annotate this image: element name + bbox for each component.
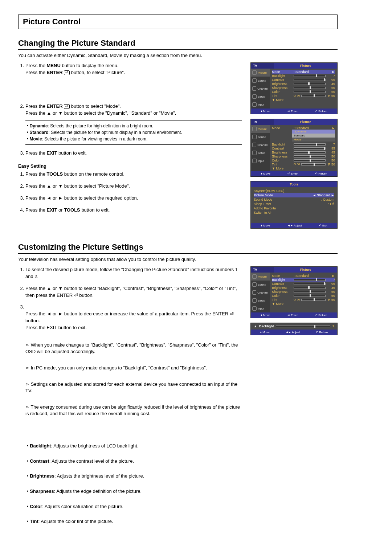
- osd-adjust-backlight: ▲ Backlight 7 ♦ Move◄► Adjust↶ Return: [250, 323, 338, 335]
- left-column: Press the MENU button to display the men…: [18, 62, 242, 233]
- osd-row-contrast: Contrast95: [272, 78, 335, 82]
- osd-footer: ♦ Move⏎ Enter↶ Return: [251, 109, 337, 114]
- step-a2: Press the ENTER ⏎ button to select "Mode…: [25, 103, 242, 145]
- osd-row-brightness: Brightness45: [272, 286, 335, 290]
- sidebar-item-setup: Setup: [251, 93, 270, 101]
- intro-b: Your television has several setting opti…: [18, 257, 338, 262]
- steps-a: Press the MENU button to display the men…: [18, 62, 242, 157]
- osd-row--more: ▼ More: [272, 166, 335, 170]
- mode-descriptions: • Dynamic: Selects the picture for high-…: [25, 120, 242, 145]
- tools-row-add-to-favorite: Add to Favorite: [254, 206, 334, 210]
- input-icon: [252, 102, 257, 107]
- osd-picture-menu-1: TVPicture Picture Sound Channel Setup In…: [250, 62, 338, 114]
- intro-a: You can activate either Dynamic, Standar…: [18, 53, 338, 58]
- osd-row-backlight: Backlight7: [272, 142, 335, 146]
- adjust-slider: [276, 325, 330, 327]
- setup-icon: [252, 94, 257, 99]
- heading-changing-standard: Changing the Picture Standard: [18, 38, 338, 50]
- step-b1: To select the desired picture mode, foll…: [25, 266, 242, 280]
- osd-row-sharpness: Sharpness50: [272, 290, 335, 294]
- osd-main-2: Mode: Standard►: DynamicStandardMovieBac…: [270, 125, 337, 171]
- easy-step-3: Press the ◄ or ► button to select the re…: [25, 195, 242, 202]
- osd-row-sharpness: Sharpness50: [272, 86, 335, 90]
- easy-steps: Press the TOOLS button on the remote con…: [18, 171, 242, 213]
- osd-picture-menu-2: TVPicture Picture Sound Channel Setup In…: [250, 119, 338, 177]
- osd-sidebar: Picture Sound Channel Setup Input: [251, 69, 270, 109]
- osd-main-1: Mode: Standard►Backlight7Contrast95Brigh…: [270, 69, 337, 109]
- osd-row-tint: TintG 50R 50: [272, 94, 335, 98]
- osd-row--more: ▼ More: [272, 98, 335, 102]
- step-b2: Press the ▲ or ▼ button to select "Backl…: [25, 285, 242, 299]
- osd-row-mode: Mode: Standard►: [272, 274, 335, 278]
- osd-row-tint: TintG 50R 50: [272, 162, 335, 166]
- arrow-notes: When you make changes to "Backlight", "C…: [25, 334, 242, 426]
- heading-customizing: Customizing the Picture Settings: [18, 242, 338, 254]
- sound-icon: [252, 78, 257, 83]
- osd-row-mode: Mode: Standard►: [272, 126, 335, 130]
- setting-descriptions: Backlight: Adjusts the brightness of LCD…: [25, 435, 242, 533]
- sidebar-item-picture: Picture: [251, 69, 270, 77]
- step-a3: Press the EXIT button to exit.: [25, 150, 242, 157]
- enter-icon: ⏎: [64, 104, 70, 109]
- osd-row-color: Color50: [272, 294, 335, 298]
- osd-row-color: Color50: [272, 90, 335, 94]
- easy-setting-heading: Easy Setting: [18, 163, 242, 169]
- osd-tools-menu: Tools Anynet+(HDMI-CEC)Picture Mode◄ Sta…: [250, 181, 338, 229]
- easy-step-1: Press the TOOLS button on the remote con…: [25, 171, 242, 178]
- osd-row-backlight: Backlight7: [272, 278, 335, 282]
- osd-row-brightness: Brightness45: [272, 150, 335, 154]
- mode-option-movie: Movie: [292, 138, 335, 142]
- sidebar-item-input: Input: [251, 101, 270, 109]
- osd-row-tint: TintG 50R 50: [272, 298, 335, 302]
- sidebar-item-sound: Sound: [251, 77, 270, 85]
- easy-step-2: Press the ▲ or ▼ button to select "Pictu…: [25, 183, 242, 190]
- tools-body: Anynet+(HDMI-CEC)Picture Mode◄ Standard …: [251, 187, 337, 223]
- osd-row-backlight: Backlight7: [272, 74, 335, 78]
- osd-row-mode: Mode: Standard►: [272, 70, 335, 74]
- channel-icon: [252, 86, 256, 91]
- sidebar-item-channel: Channel: [251, 85, 270, 93]
- tools-row-anynet-hdmi-cec-: Anynet+(HDMI-CEC): [254, 189, 334, 193]
- tools-row-picture-mode: Picture Mode◄ Standard ►: [254, 193, 334, 197]
- picture-icon: [252, 70, 257, 75]
- mode-option-standard: Standard: [292, 134, 335, 138]
- right-column: TVPicture Picture Sound Channel Setup In…: [250, 62, 338, 233]
- osd-row-sharpness: Sharpness50: [272, 154, 335, 158]
- osd-picture-menu-3: TVPicture Picture Sound Channel Setup In…: [250, 266, 338, 318]
- osd-row-contrast: Contrast95: [272, 146, 335, 150]
- osd-row-color: Color50: [272, 158, 335, 162]
- osd-row-brightness: Brightness45: [272, 82, 335, 86]
- step-b3: Press the ◄ or ► button to decrease or i…: [25, 304, 242, 540]
- section-title: Picture Control: [23, 17, 333, 26]
- osd-row-contrast: Contrast95: [272, 282, 335, 286]
- enter-icon: ⏎: [64, 70, 70, 75]
- easy-step-4: Press the EXIT or TOOLS button to exit.: [25, 207, 242, 214]
- tools-row-sound-mode: Sound Mode: Custom: [254, 197, 334, 202]
- tools-row-switch-to-air: Switch to Air: [254, 210, 334, 215]
- steps-b: To select the desired picture mode, foll…: [18, 266, 242, 540]
- step-a1: Press the MENU button to display the men…: [25, 62, 242, 98]
- osd-main-3: Mode: Standard►Backlight7Contrast95Brigh…: [270, 273, 337, 312]
- mode-option-dynamic: : Dynamic: [292, 130, 335, 134]
- osd-row--more: ▼ More: [272, 302, 335, 306]
- section-title-box: Picture Control: [18, 15, 338, 29]
- tools-row-sleep-timer: Sleep Timer: Off: [254, 202, 334, 206]
